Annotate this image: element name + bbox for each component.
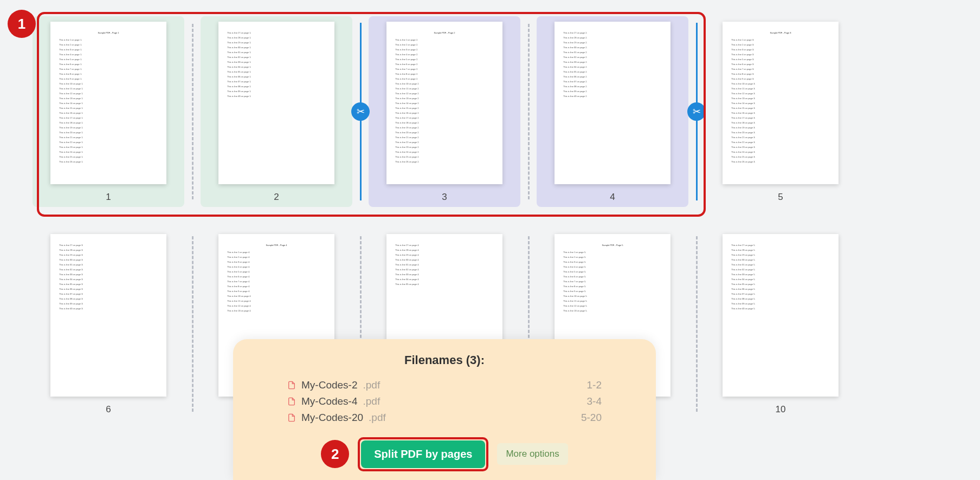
thumb-text-line: This is line 30 on page 1. (227, 46, 326, 49)
thumb-text-line: This is line 31 on page 5. (731, 263, 830, 266)
thumb-text-line: This is line 39 on page 3. (59, 302, 158, 305)
thumb-text-line: This is line 6 on page 1. (59, 63, 158, 66)
thumb-text-line: This is line 36 on page 2. (563, 75, 662, 78)
thumb-text-line: This is line 14 on page 3. (731, 102, 830, 105)
thumb-text-line: This is line 11 on page 3. (731, 87, 830, 90)
page-slot-1[interactable]: Sample PDF - Page 1This is line 1 on pag… (33, 16, 184, 207)
thumb-text-line: This is line 8 on page 3. (731, 73, 830, 75)
scissors-icon[interactable]: ✂ (687, 102, 706, 121)
thumb-text-line: This is line 22 on page 2. (395, 141, 494, 144)
thumb-text-line: This is line 13 on page 4. (227, 309, 326, 312)
thumb-text-line: This is line 1 on page 3. (731, 38, 830, 41)
thumb-text-line: This is line 5 on page 1. (59, 58, 158, 61)
page-thumbnail[interactable]: This is line 27 on page 5.This is line 2… (723, 234, 839, 397)
more-options-button[interactable]: More options (497, 443, 568, 465)
thumb-text-line: This is line 38 on page 2. (563, 85, 662, 88)
split-divider-active[interactable]: ✂ (688, 16, 705, 207)
page-thumbnail[interactable]: This is line 27 on page 3.This is line 2… (50, 234, 166, 397)
thumb-text-line: This is line 28 on page 3. (59, 249, 158, 251)
page-slot-6[interactable]: This is line 27 on page 3.This is line 2… (33, 229, 184, 419)
thumb-text-line: This is line 19 on page 1. (59, 126, 158, 129)
file-page-range: 5-20 (581, 412, 602, 424)
thumb-text-line: This is line 36 on page 3. (59, 288, 158, 290)
split-divider[interactable] (184, 16, 201, 207)
page-slot-4[interactable]: This is line 27 on page 2.This is line 2… (537, 16, 688, 207)
thumb-text-line: This is line 19 on page 2. (395, 126, 494, 129)
thumb-text-line: This is line 40 on page 1. (227, 95, 326, 98)
thumb-text-line: This is line 9 on page 4. (227, 290, 326, 293)
thumb-text-line: This is line 12 on page 1. (59, 92, 158, 95)
thumb-text-line: This is line 9 on page 1. (59, 77, 158, 80)
page-slot-10[interactable]: This is line 27 on page 5.This is line 2… (705, 229, 856, 419)
thumb-text-line: This is line 27 on page 3. (59, 244, 158, 247)
split-divider[interactable] (184, 229, 201, 419)
thumb-text-line: This is line 23 on page 2. (395, 146, 494, 148)
file-row: My-Codes-20.pdf5-20 (287, 410, 602, 426)
page-thumbnail[interactable]: This is line 27 on page 2.This is line 2… (555, 22, 670, 184)
page-slot-2[interactable]: This is line 27 on page 1.This is line 2… (201, 16, 352, 207)
thumb-text-line: This is line 33 on page 2. (563, 61, 662, 63)
thumb-text-line: This is line 28 on page 1. (227, 36, 326, 39)
thumb-text-line: This is line 17 on page 3. (731, 116, 830, 119)
thumb-text-line: This is line 5 on page 3. (731, 58, 830, 61)
thumb-text-line: This is line 23 on page 3. (731, 146, 830, 148)
scissors-icon[interactable]: ✂ (351, 102, 370, 121)
page-thumbnail[interactable]: This is line 27 on page 1.This is line 2… (218, 22, 334, 184)
page-slot-5[interactable]: Sample PDF - Page 3This is line 1 on pag… (705, 16, 856, 207)
thumb-text-line: This is line 39 on page 2. (563, 90, 662, 93)
thumb-text-line: This is line 3 on page 5. (563, 261, 662, 263)
split-pdf-button[interactable]: Split PDF by pages (361, 440, 485, 468)
page-number-label: 2 (274, 192, 279, 203)
thumb-text-line: This is line 12 on page 4. (227, 304, 326, 307)
thumb-text-line: This is line 37 on page 3. (59, 293, 158, 295)
thumb-text-line: This is line 34 on page 1. (227, 66, 326, 68)
thumb-text-line: This is line 22 on page 3. (731, 141, 830, 144)
split-divider-active[interactable]: ✂ (352, 16, 369, 207)
filenames-panel: Filenames (3): My-Codes-2.pdf1-2My-Codes… (233, 339, 656, 480)
thumb-text-line: This is line 31 on page 1. (227, 51, 326, 54)
thumb-text-line: This is line 15 on page 1. (59, 107, 158, 109)
thumb-text-line: This is line 13 on page 3. (731, 97, 830, 100)
thumb-text-line: This is line 36 on page 5. (731, 288, 830, 290)
thumb-text-line: This is line 40 on page 3. (59, 307, 158, 310)
thumb-text-line: This is line 30 on page 2. (563, 46, 662, 49)
thumb-text-line: This is line 32 on page 1. (227, 56, 326, 59)
thumbnail-row-1: Sample PDF - Page 1This is line 1 on pag… (33, 16, 947, 207)
thumb-text-line: This is line 6 on page 3. (731, 63, 830, 66)
page-number-label: 10 (776, 404, 786, 415)
file-row: My-Codes-4.pdf3-4 (287, 393, 602, 410)
thumb-text-line: This is line 26 on page 1. (59, 160, 158, 163)
page-number-label: 5 (778, 192, 783, 203)
thumb-text-line: This is line 7 on page 1. (59, 68, 158, 70)
thumb-text-line: This is line 12 on page 2. (395, 92, 494, 95)
thumb-text-line: This is line 29 on page 5. (731, 254, 830, 256)
thumb-text-line: This is line 15 on page 2. (395, 107, 494, 109)
thumb-text-line: This is line 28 on page 2. (563, 36, 662, 39)
split-divider[interactable] (688, 229, 705, 419)
panel-heading: Filenames (3): (255, 353, 634, 367)
split-divider[interactable] (520, 16, 537, 207)
thumb-text-line: This is line 27 on page 1. (227, 31, 326, 34)
thumb-title: Sample PDF - Page 1 (59, 31, 158, 34)
thumb-text-line: This is line 32 on page 3. (59, 268, 158, 271)
thumb-text-line: This is line 6 on page 4. (227, 275, 326, 278)
thumb-text-line: This is line 9 on page 2. (395, 77, 494, 80)
file-name: My-Codes-4 (301, 395, 357, 407)
page-slot-3[interactable]: Sample PDF - Page 2This is line 1 on pag… (369, 16, 520, 207)
thumb-text-line: This is line 25 on page 1. (59, 155, 158, 158)
file-extension: .pdf (369, 412, 386, 424)
thumb-text-line: This is line 40 on page 5. (731, 307, 830, 310)
thumb-text-line: This is line 28 on page 5. (731, 249, 830, 251)
page-thumbnail[interactable]: Sample PDF - Page 3This is line 1 on pag… (723, 22, 839, 184)
thumb-text-line: This is line 37 on page 1. (227, 80, 326, 83)
thumb-text-line: This is line 37 on page 5. (731, 293, 830, 295)
thumb-text-line: This is line 7 on page 5. (563, 280, 662, 283)
thumb-text-line: This is line 11 on page 1. (59, 87, 158, 90)
thumb-text-line: This is line 27 on page 4. (395, 244, 494, 247)
page-thumbnail[interactable]: Sample PDF - Page 2This is line 1 on pag… (386, 22, 502, 184)
thumb-text-line: This is line 29 on page 1. (227, 41, 326, 44)
thumb-text-line: This is line 33 on page 1. (227, 61, 326, 63)
thumb-text-line: This is line 35 on page 4. (395, 283, 494, 286)
thumb-text-line: This is line 3 on page 2. (395, 48, 494, 51)
page-thumbnail[interactable]: Sample PDF - Page 1This is line 1 on pag… (50, 22, 166, 184)
